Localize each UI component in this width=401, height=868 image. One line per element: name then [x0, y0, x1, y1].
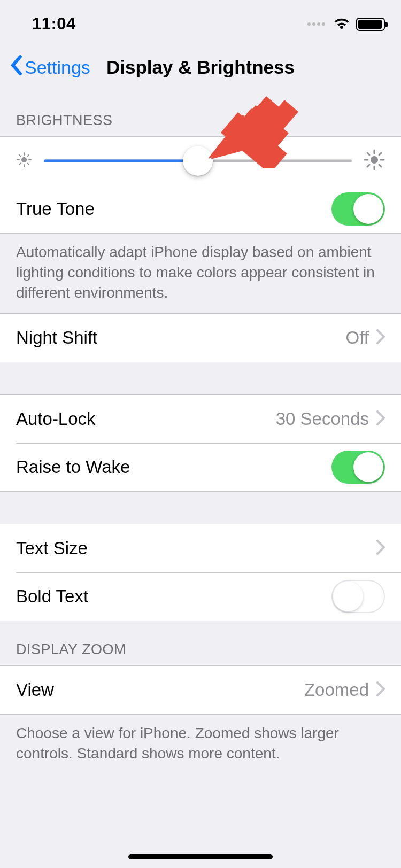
wifi-icon — [333, 18, 351, 30]
brightness-slider[interactable] — [44, 146, 352, 176]
raise-to-wake-cell: Raise to Wake — [0, 443, 401, 491]
view-value: Zoomed — [304, 680, 369, 700]
true-tone-cell: True Tone — [0, 185, 401, 233]
raise-to-wake-label: Raise to Wake — [16, 457, 331, 477]
svg-line-15 — [379, 165, 381, 167]
chevron-right-icon — [376, 329, 385, 346]
lock-group: Auto-Lock 30 Seconds Raise to Wake — [0, 394, 401, 492]
status-time: 11:04 — [16, 14, 76, 34]
svg-point-9 — [371, 156, 378, 164]
svg-point-0 — [21, 157, 27, 162]
status-icons — [307, 18, 385, 31]
battery-icon — [356, 18, 385, 31]
bold-text-toggle[interactable] — [331, 580, 385, 613]
auto-lock-label: Auto-Lock — [16, 409, 276, 429]
raise-to-wake-toggle[interactable] — [331, 451, 385, 484]
chevron-right-icon — [376, 540, 385, 557]
brightness-footer: Automatically adapt iPhone display based… — [0, 234, 401, 313]
auto-lock-cell[interactable]: Auto-Lock 30 Seconds — [0, 395, 401, 443]
night-shift-value: Off — [346, 328, 369, 348]
chevron-left-icon — [10, 55, 24, 80]
true-tone-toggle[interactable] — [331, 192, 385, 226]
status-bar: 11:04 — [0, 0, 401, 48]
svg-line-5 — [19, 155, 21, 157]
section-header-brightness: BRIGHTNESS — [0, 92, 401, 136]
text-group: Text Size Bold Text — [0, 524, 401, 621]
view-cell[interactable]: View Zoomed — [0, 666, 401, 714]
svg-line-16 — [367, 165, 369, 167]
true-tone-label: True Tone — [16, 199, 331, 219]
page-title: Display & Brightness — [106, 57, 295, 78]
home-indicator — [128, 854, 273, 859]
svg-line-8 — [28, 155, 29, 157]
bold-text-label: Bold Text — [16, 586, 331, 607]
section-header-display-zoom: DISPLAY ZOOM — [0, 621, 401, 665]
nav-bar: Settings Display & Brightness — [0, 48, 401, 92]
svg-line-17 — [379, 153, 381, 155]
night-shift-label: Night Shift — [16, 328, 346, 348]
display-zoom-group: View Zoomed — [0, 665, 401, 715]
bold-text-cell: Bold Text — [0, 572, 401, 621]
night-shift-group: Night Shift Off — [0, 313, 401, 362]
sun-min-icon — [16, 152, 32, 170]
view-label: View — [16, 680, 304, 700]
display-zoom-footer: Choose a view for iPhone. Zoomed shows l… — [0, 715, 401, 774]
chevron-right-icon — [376, 681, 385, 699]
cellular-dots-icon — [307, 22, 325, 26]
text-size-cell[interactable]: Text Size — [0, 524, 401, 572]
svg-line-6 — [28, 164, 29, 165]
text-size-label: Text Size — [16, 538, 376, 559]
back-button[interactable]: Settings — [5, 55, 90, 80]
svg-line-7 — [19, 164, 21, 165]
svg-line-14 — [367, 153, 369, 155]
night-shift-cell[interactable]: Night Shift Off — [0, 314, 401, 362]
auto-lock-value: 30 Seconds — [276, 409, 369, 429]
brightness-slider-cell — [0, 137, 401, 185]
back-label: Settings — [25, 57, 90, 78]
brightness-group: True Tone — [0, 136, 401, 234]
sun-max-icon — [364, 149, 385, 173]
chevron-right-icon — [376, 410, 385, 428]
brightness-slider-thumb[interactable] — [183, 146, 213, 176]
